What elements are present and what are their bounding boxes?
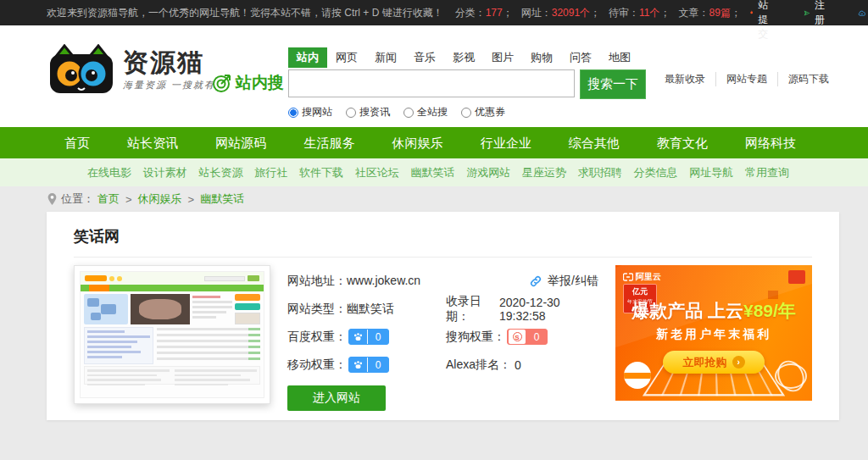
search-input[interactable] <box>288 69 575 97</box>
nav-webmaster-news[interactable]: 站长资讯 <box>122 127 183 158</box>
cat-logo-icon <box>47 44 116 97</box>
paw-icon <box>353 359 364 370</box>
mobile-weight: 移动权重： 0 <box>287 357 446 373</box>
mobile-weight-badge: 0 <box>348 357 389 373</box>
tab-shopping[interactable]: 购物 <box>522 47 561 68</box>
site-info: 网站地址：www.jokew.cn 举报/纠错 网站类型：幽默笑话 收录日期：2… <box>287 265 598 411</box>
site-logo[interactable]: 资源猫 海量资源 一搜就有 <box>47 44 215 97</box>
paw-icon <box>353 331 364 342</box>
search-button[interactable]: 搜索一下 <box>580 69 646 99</box>
search-tabs: 站内 网页 新闻 音乐 影视 图片 购物 问答 地图 <box>288 47 648 68</box>
site-thumbnail-preview[interactable] <box>74 265 270 404</box>
subnav-travel-agency[interactable]: 旅行社 <box>254 158 287 186</box>
subnav-software-download[interactable]: 软件下载 <box>299 158 343 186</box>
tab-news[interactable]: 新闻 <box>366 47 405 68</box>
site-type: 网站类型：幽默笑话 <box>287 302 446 317</box>
logo-title: 资源猫 <box>123 49 215 76</box>
tab-qa[interactable]: 问答 <box>561 47 600 68</box>
radio-search-website[interactable]: 搜网站 <box>288 105 332 119</box>
enter-site-button[interactable]: 进入网站 <box>287 385 386 411</box>
source-download-link[interactable]: 源码下载 <box>777 72 839 86</box>
subnav-url-nav[interactable]: 网址导航 <box>689 158 733 186</box>
sogou-weight-badge: S 0 <box>507 329 548 345</box>
subnav-horoscope[interactable]: 星座运势 <box>522 158 566 186</box>
subnav-classifieds[interactable]: 分类信息 <box>634 158 678 186</box>
radio-search-news[interactable]: 搜资讯 <box>346 105 390 119</box>
radio-dot <box>346 108 356 118</box>
subnav-common-tools[interactable]: 常用查询 <box>745 158 789 186</box>
alexa-rank: Alexa排名：0 <box>446 357 598 373</box>
tab-zhannei[interactable]: 站内 <box>288 47 327 68</box>
top-bar: 欢迎来到资源猫导航，一个优秀的网址导航！觉得本站不错，请按 Ctrl + D 键… <box>0 0 868 25</box>
radio-dot <box>461 108 471 118</box>
nav-tech[interactable]: 网络科技 <box>740 127 801 158</box>
arrow-circle-icon: › <box>732 356 745 369</box>
target-dart-icon <box>212 73 232 93</box>
sub-nav: 在线电影 设计素材 站长资源 旅行社 软件下载 社区论坛 幽默笑话 游戏网站 星… <box>0 158 868 186</box>
subnav-forums[interactable]: 社区论坛 <box>355 158 399 186</box>
breadcrumb-home[interactable]: 首页 <box>97 191 120 207</box>
aliyun-brand: 阿里云 <box>623 271 661 283</box>
tab-map[interactable]: 地图 <box>600 47 639 68</box>
breadcrumb-entertainment[interactable]: 休闲娱乐 <box>138 191 182 207</box>
subnav-jokes[interactable]: 幽默笑话 <box>411 158 455 186</box>
site-topics-link[interactable]: 网站专题 <box>715 72 777 86</box>
site-stats: 分类：177； 网址：32091个； 待审：11个； 文章：89篇； <box>455 6 749 20</box>
logo-subtitle: 海量资源 一搜就有 <box>123 79 215 91</box>
ad-cta-button[interactable]: 立即抢购 › <box>663 351 765 374</box>
breadcrumb-jokes[interactable]: 幽默笑话 <box>200 191 244 207</box>
sogou-weight: 搜狗权重： S 0 <box>446 329 598 345</box>
flame-icon <box>749 7 754 19</box>
link-icon <box>529 274 542 288</box>
subnav-design-assets[interactable]: 设计素材 <box>143 158 187 186</box>
radio-dot <box>288 108 298 118</box>
welcome-text: 欢迎来到资源猫导航，一个优秀的网址导航！觉得本站不错，请按 Ctrl + D 键… <box>47 6 443 20</box>
tab-webpage[interactable]: 网页 <box>327 47 366 68</box>
header-quick-links: 最新收录 网站专题 源码下载 <box>654 72 839 86</box>
nav-industry[interactable]: 行业企业 <box>476 127 537 158</box>
subnav-online-movies[interactable]: 在线电影 <box>87 158 131 186</box>
subnav-jobs[interactable]: 求职招聘 <box>578 158 622 186</box>
login-link[interactable]: 登 录 <box>858 0 868 42</box>
nav-source-code[interactable]: 网站源码 <box>210 127 271 158</box>
tab-image[interactable]: 图片 <box>483 47 522 68</box>
subnav-webmaster-resources[interactable]: 站长资源 <box>199 158 243 186</box>
site-url: 网站地址：www.jokew.cn <box>287 274 420 289</box>
aliyun-ad-banner[interactable]: 阿里云 亿元 年末采购节 2019 爆款产品 上云¥89/年 新老用户年末福利 … <box>615 265 812 401</box>
sogou-icon: S <box>513 332 522 341</box>
included-date: 收录日期：2020-12-30 19:32:58 <box>446 294 598 324</box>
site-search-label: 站内搜 <box>212 72 284 94</box>
main-nav: 首页 站长资讯 网站源码 生活服务 休闲娱乐 行业企业 综合其他 教育文化 网络… <box>0 127 868 158</box>
site-detail-card: 笑话网 <box>47 212 839 420</box>
baidu-weight-badge: 0 <box>348 329 389 345</box>
nav-life-services[interactable]: 生活服务 <box>298 127 359 158</box>
cloud-icon <box>858 8 866 19</box>
nav-misc[interactable]: 综合其他 <box>564 127 625 158</box>
thumbnail-mock <box>80 271 264 398</box>
stat-pending: 待审：11个； <box>609 6 670 20</box>
location-pin-icon <box>47 192 58 206</box>
nav-home[interactable]: 首页 <box>59 127 95 158</box>
stat-categories: 分类：177； <box>455 6 513 20</box>
stat-articles: 文章：89篇； <box>679 6 741 20</box>
ad-subline: 新老用户年末福利 <box>615 327 812 342</box>
radio-search-coupon[interactable]: 优惠券 <box>461 105 505 119</box>
breadcrumb-label: 位置： <box>61 191 94 207</box>
ad-headline: 爆款产品 上云¥89/年 <box>615 299 812 323</box>
paper-plane-icon <box>804 8 810 19</box>
report-error-link[interactable]: 举报/纠错 <box>529 274 598 289</box>
stat-urls: 网址：32091个； <box>521 6 600 20</box>
search-panel: 站内 网页 新闻 音乐 影视 图片 购物 问答 地图 搜索一下 搜网站 搜资讯 … <box>288 47 648 119</box>
radio-search-all[interactable]: 全站搜 <box>403 105 448 119</box>
radio-dot <box>403 108 414 118</box>
tab-video[interactable]: 影视 <box>444 47 483 68</box>
aliyun-logo-icon <box>623 273 633 281</box>
breadcrumb: 位置： 首页 > 休闲娱乐 > 幽默笑话 <box>47 186 839 212</box>
site-header: 资源猫 海量资源 一搜就有 站内搜 站内 网页 新闻 音乐 影视 图片 购物 问… <box>0 25 868 127</box>
subnav-game-sites[interactable]: 游戏网站 <box>466 158 510 186</box>
nav-education[interactable]: 教育文化 <box>652 127 713 158</box>
tab-music[interactable]: 音乐 <box>405 47 444 68</box>
latest-included-link[interactable]: 最新收录 <box>654 72 715 86</box>
nav-entertainment[interactable]: 休闲娱乐 <box>387 127 448 158</box>
search-scope-radios: 搜网站 搜资讯 全站搜 优惠券 <box>288 105 648 119</box>
